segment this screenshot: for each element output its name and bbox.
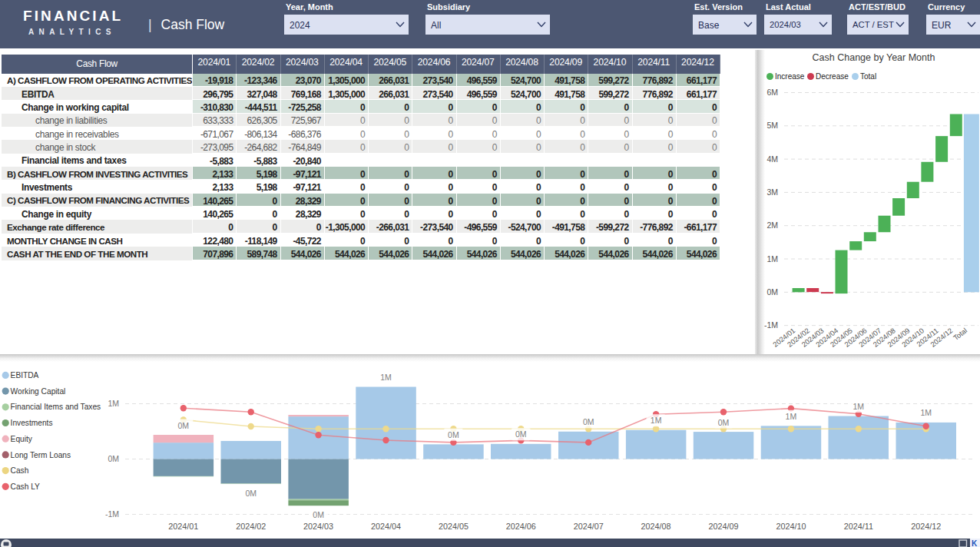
svg-text:0M: 0M	[583, 417, 594, 426]
svg-text:6M: 6M	[766, 88, 778, 97]
svg-text:2024/03: 2024/03	[303, 522, 333, 531]
svg-text:2024/01: 2024/01	[168, 522, 198, 531]
svg-text:EBITDA: EBITDA	[11, 371, 39, 380]
svg-text:2024/08: 2024/08	[641, 522, 671, 531]
svg-text:2024/11: 2024/11	[844, 522, 873, 531]
svg-text:Financial Items and Taxes: Financial Items and Taxes	[11, 403, 101, 411]
svg-text:3M: 3M	[766, 187, 778, 197]
svg-text:0M: 0M	[448, 430, 459, 439]
svg-text:-1M: -1M	[764, 320, 778, 330]
svg-text:2024/04: 2024/04	[371, 522, 401, 531]
svg-text:0M: 0M	[178, 421, 190, 430]
svg-text:K: K	[972, 539, 978, 547]
svg-text:1M: 1M	[380, 373, 392, 382]
svg-text:0M: 0M	[515, 429, 527, 439]
svg-text:0M: 0M	[313, 510, 324, 519]
svg-text:0M: 0M	[718, 418, 730, 427]
svg-text:2024/10: 2024/10	[776, 522, 806, 531]
svg-text:2024/09: 2024/09	[708, 522, 738, 531]
svg-text:Investments: Investments	[11, 419, 53, 427]
svg-text:0M: 0M	[108, 454, 119, 463]
svg-text:1M: 1M	[766, 254, 778, 264]
svg-text:0M: 0M	[245, 489, 257, 498]
svg-text:5M: 5M	[766, 121, 778, 130]
svg-text:1M: 1M	[853, 402, 865, 411]
svg-text:0M: 0M	[766, 287, 778, 297]
svg-text:1M: 1M	[920, 408, 932, 417]
svg-text:Cash LY: Cash LY	[11, 482, 41, 491]
svg-text:2024/07: 2024/07	[574, 522, 604, 531]
svg-text:4M: 4M	[766, 154, 778, 164]
svg-text:Long Term Loans: Long Term Loans	[11, 451, 71, 459]
svg-text:-1M: -1M	[105, 509, 119, 519]
svg-text:1M: 1M	[651, 416, 662, 425]
svg-text:1M: 1M	[786, 412, 797, 421]
svg-text:2024/02: 2024/02	[236, 522, 266, 531]
svg-text:Working Capital: Working Capital	[11, 387, 66, 396]
svg-text:Cash: Cash	[11, 466, 29, 475]
svg-text:1M: 1M	[108, 399, 119, 408]
svg-text:2024/12: 2024/12	[911, 522, 941, 531]
svg-text:Equity: Equity	[11, 435, 33, 443]
svg-text:Total: Total	[952, 327, 968, 342]
svg-text:2024/06: 2024/06	[506, 522, 536, 531]
svg-text:2M: 2M	[766, 220, 778, 230]
svg-text:2024/05: 2024/05	[439, 522, 468, 531]
